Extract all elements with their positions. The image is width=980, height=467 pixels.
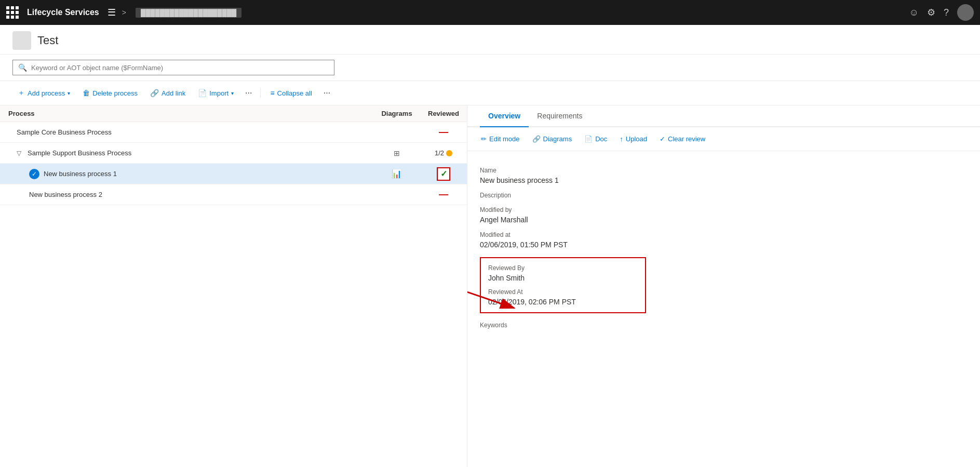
reviewed-at-label: Reviewed At xyxy=(488,288,638,296)
reviewed-fraction: 1/2 xyxy=(435,149,444,157)
table-row[interactable]: ✓ New business process 1 📊 ✓ xyxy=(0,164,467,184)
name-value: New business process 1 xyxy=(480,176,968,184)
status-dot-orange xyxy=(446,150,452,156)
table-header: Process Diagrams Reviewed xyxy=(0,105,467,122)
panel-body: Name New business process 1 Description … xyxy=(467,151,980,339)
smiley-icon[interactable]: ☺ xyxy=(909,7,919,18)
doc-icon: 📄 xyxy=(584,135,593,143)
checkmark-icon: ✓ xyxy=(660,135,665,143)
modified-at-value: 02/06/2019, 01:50 PM PST xyxy=(480,241,968,249)
topbar-right: ☺ ⚙ ? xyxy=(909,4,974,21)
tab-requirements[interactable]: Requirements xyxy=(529,105,590,127)
reviewed-by-label: Reviewed By xyxy=(488,264,638,272)
process-name: Sample Support Business Process xyxy=(28,149,131,157)
row-diagrams-cell: 📊 xyxy=(373,169,420,179)
apps-icon[interactable] xyxy=(6,6,19,19)
app-title: Lifecycle Services xyxy=(27,8,99,17)
tab-overview[interactable]: Overview xyxy=(480,105,529,127)
row-process-cell: Sample Core Business Process xyxy=(0,124,373,140)
trash-icon: 🗑 xyxy=(83,89,90,97)
modified-by-value: Angel Marshall xyxy=(480,216,968,224)
panel-tabs: Overview Requirements xyxy=(467,105,980,127)
row-process-cell: New business process 2 xyxy=(0,186,373,203)
reviewed-check-box: ✓ xyxy=(437,167,450,181)
row-process-cell: ✓ New business process 1 xyxy=(0,165,373,183)
reviewed-box: Reviewed By John Smith Reviewed At 02/06… xyxy=(480,257,646,313)
diagram-word-icon: 📊 xyxy=(392,169,402,179)
import-button[interactable]: 📄 Import ▾ xyxy=(193,86,239,100)
process-name: Sample Core Business Process xyxy=(17,128,112,136)
import-chevron-icon: ▾ xyxy=(231,90,234,96)
search-container: 🔍 xyxy=(0,55,980,81)
modified-by-label: Modified by xyxy=(480,206,968,214)
modified-at-label: Modified at xyxy=(480,231,968,238)
reviewed-dash-icon: — xyxy=(439,189,448,200)
diagrams-button[interactable]: 🔗 Diagrams xyxy=(527,132,578,145)
col-header-reviewed: Reviewed xyxy=(420,110,467,117)
reviewed-by-value: John Smith xyxy=(488,274,638,282)
process-name: New business process 1 xyxy=(44,170,117,178)
breadcrumb-text[interactable]: ████████████████████ xyxy=(136,8,241,18)
row-reviewed-cell: — xyxy=(420,189,467,200)
reviewed-at-value: 02/06/2019, 02:06 PM PST xyxy=(488,298,638,306)
gear-icon[interactable]: ⚙ xyxy=(927,7,935,18)
page-header: Test xyxy=(0,25,980,55)
row-reviewed-cell: — xyxy=(420,127,467,138)
collapse-toggle-icon[interactable]: ▽ xyxy=(17,150,21,157)
more-options-2[interactable]: ··· xyxy=(319,86,334,100)
link-icon: 🔗 xyxy=(150,89,159,97)
page-title: Test xyxy=(37,34,58,47)
breadcrumb-arrow: > xyxy=(122,8,126,17)
col-header-diagrams: Diagrams xyxy=(373,110,420,117)
project-icon xyxy=(12,31,31,50)
plus-icon: ＋ xyxy=(18,88,25,98)
add-link-button[interactable]: 🔗 Add link xyxy=(145,86,191,100)
diagrams-icon: 🔗 xyxy=(532,135,541,143)
help-icon[interactable]: ? xyxy=(944,7,949,18)
name-label: Name xyxy=(480,167,968,174)
clear-review-button[interactable]: ✓ Clear review xyxy=(654,132,710,145)
main-content: Process Diagrams Reviewed Sample Core Bu… xyxy=(0,105,980,467)
delete-process-button[interactable]: 🗑 Delete process xyxy=(77,86,143,100)
add-process-chevron-icon: ▾ xyxy=(68,90,70,96)
add-process-button[interactable]: ＋ Add process ▾ xyxy=(12,85,75,101)
avatar[interactable] xyxy=(957,4,974,21)
topbar: Lifecycle Services ☰ > █████████████████… xyxy=(0,0,980,25)
search-icon: 🔍 xyxy=(18,63,27,72)
table-row[interactable]: Sample Core Business Process — xyxy=(0,122,467,143)
row-reviewed-cell: 1/2 xyxy=(420,149,467,157)
selected-check-icon: ✓ xyxy=(29,169,39,179)
upload-icon: ↑ xyxy=(620,135,623,143)
search-input[interactable] xyxy=(31,64,329,72)
more-options-1[interactable]: ··· xyxy=(241,86,256,100)
process-name: New business process 2 xyxy=(29,191,102,198)
col-header-process: Process xyxy=(0,110,373,117)
reviewed-dash-icon: — xyxy=(439,127,448,138)
right-panel: Overview Requirements ✏ Edit mode 🔗 Diag… xyxy=(467,105,980,467)
doc-button[interactable]: 📄 Doc xyxy=(579,132,612,145)
upload-button[interactable]: ↑ Upload xyxy=(614,132,652,145)
toolbar-separator xyxy=(260,88,261,98)
row-diagrams-cell: ⊞ xyxy=(373,149,420,157)
description-label: Description xyxy=(480,192,968,199)
collapse-icon: ≡ xyxy=(270,89,274,97)
diagram-link-icon: ⊞ xyxy=(394,149,400,157)
hamburger-icon[interactable]: ☰ xyxy=(108,7,116,18)
collapse-all-button[interactable]: ≡ Collapse all xyxy=(265,86,317,100)
row-process-cell: ▽ Sample Support Business Process xyxy=(0,145,373,161)
edit-mode-button[interactable]: ✏ Edit mode xyxy=(476,132,525,145)
keywords-label: Keywords xyxy=(480,322,968,329)
process-table: Process Diagrams Reviewed Sample Core Bu… xyxy=(0,105,467,467)
table-row[interactable]: ▽ Sample Support Business Process ⊞ 1/2 xyxy=(0,143,467,164)
edit-icon: ✏ xyxy=(481,135,487,143)
reviewed-half-indicator: 1/2 xyxy=(435,149,452,157)
table-row[interactable]: New business process 2 — xyxy=(0,184,467,205)
import-icon: 📄 xyxy=(198,89,207,97)
search-box: 🔍 xyxy=(12,60,334,75)
panel-toolbar: ✏ Edit mode 🔗 Diagrams 📄 Doc ↑ Upload ✓ … xyxy=(467,127,980,151)
main-toolbar: ＋ Add process ▾ 🗑 Delete process 🔗 Add l… xyxy=(0,81,980,105)
row-reviewed-cell: ✓ xyxy=(420,167,467,181)
